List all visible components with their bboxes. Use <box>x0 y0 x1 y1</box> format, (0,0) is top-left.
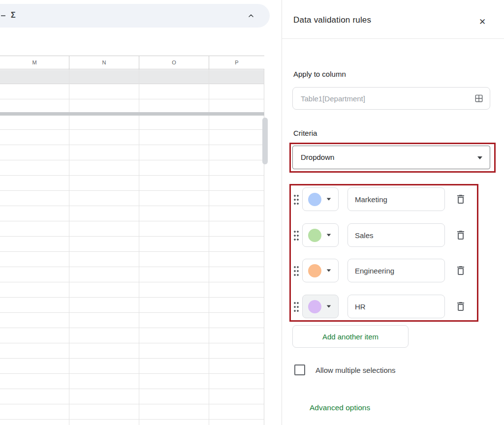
item-text-input[interactable] <box>347 295 445 318</box>
dropdown-item-row <box>293 259 469 282</box>
delete-item-icon[interactable] <box>455 301 467 312</box>
item-text-input[interactable] <box>347 187 445 211</box>
item-text-input[interactable] <box>347 259 445 282</box>
item-color-picker[interactable] <box>302 187 339 211</box>
grid-line <box>139 69 139 425</box>
column-header-p[interactable]: P <box>209 56 264 69</box>
column-header-m[interactable]: M <box>0 56 69 69</box>
drag-handle-icon[interactable] <box>293 265 299 276</box>
chevron-down-icon <box>327 305 331 307</box>
advanced-options-link[interactable]: Advanced options <box>310 403 370 412</box>
dropdown-item-row <box>293 295 469 318</box>
criteria-dropdown[interactable]: Dropdown <box>292 146 490 169</box>
color-swatch <box>308 193 321 206</box>
chevron-down-icon <box>477 156 482 159</box>
apply-to-column-label: Apply to column <box>293 70 346 78</box>
close-panel-button[interactable]: ✕ <box>474 14 490 30</box>
dropdown-item-row <box>293 187 469 211</box>
criteria-selected-value: Dropdown <box>301 146 334 169</box>
item-text-input[interactable] <box>347 223 445 247</box>
chevron-up-icon <box>247 12 255 20</box>
chevron-down-icon <box>327 198 331 200</box>
item-color-picker[interactable] <box>302 223 339 247</box>
apply-to-column-input[interactable] <box>293 88 490 109</box>
frozen-rows-divider <box>0 112 264 116</box>
close-icon: ✕ <box>479 17 486 27</box>
apply-to-column-field[interactable] <box>292 87 490 110</box>
grid-line <box>209 69 209 425</box>
column-header-n[interactable]: N <box>69 56 139 69</box>
allow-multiple-label: Allow multiple selections <box>315 366 396 374</box>
color-swatch <box>308 264 321 277</box>
dropdown-item-row <box>293 223 469 247</box>
table-header-row[interactable] <box>0 70 264 84</box>
drag-handle-icon[interactable] <box>293 301 299 312</box>
criteria-label: Criteria <box>293 129 317 137</box>
toolbar <box>0 4 270 28</box>
allow-multiple-checkbox[interactable] <box>294 364 305 375</box>
drag-handle-icon[interactable] <box>293 194 299 205</box>
column-header-o[interactable]: O <box>139 56 209 69</box>
panel-divider <box>282 0 282 425</box>
item-color-picker[interactable] <box>302 295 339 318</box>
item-color-picker[interactable] <box>302 259 339 282</box>
select-data-range-grid-icon[interactable] <box>474 93 484 103</box>
column-header-row: M N O P <box>0 56 264 69</box>
color-swatch <box>308 300 321 313</box>
panel-header-divider <box>282 38 504 39</box>
partial-toolbar-icon <box>1 15 5 16</box>
color-swatch <box>308 229 321 242</box>
functions-button[interactable]: Σ <box>11 11 16 20</box>
delete-item-icon[interactable] <box>455 229 467 241</box>
hide-menus-button[interactable] <box>243 9 259 23</box>
chevron-down-icon <box>327 234 331 236</box>
vertical-scrollbar[interactable] <box>262 118 268 164</box>
screenshot-root: Σ M N O P Data validation rules ✕ Apply … <box>0 0 504 425</box>
drag-handle-icon[interactable] <box>293 230 299 241</box>
delete-item-icon[interactable] <box>455 265 467 276</box>
delete-item-icon[interactable] <box>455 193 467 205</box>
chevron-down-icon <box>327 269 331 272</box>
grid-line <box>69 69 69 425</box>
grid-rows[interactable] <box>0 84 264 425</box>
add-another-item-button[interactable]: Add another item <box>292 325 409 348</box>
panel-title: Data validation rules <box>293 15 371 25</box>
